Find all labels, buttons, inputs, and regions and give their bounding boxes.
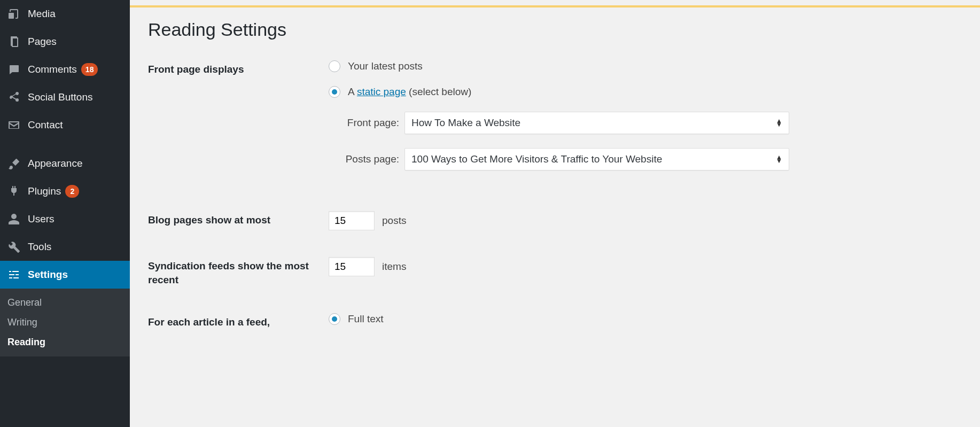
- front-page-heading: Front page displays: [148, 60, 329, 76]
- front-page-value: How To Make a Website: [411, 117, 520, 129]
- option-full-label: Full text: [348, 313, 384, 325]
- option-static-page[interactable]: A static page (select below): [329, 86, 962, 98]
- front-page-label: Front page:: [343, 117, 405, 129]
- pages-icon: [6, 34, 21, 49]
- brush-icon: [6, 156, 21, 171]
- sidebar-item-comments[interactable]: Comments 18: [0, 56, 130, 83]
- option-latest-posts[interactable]: Your latest posts: [329, 60, 962, 72]
- submenu-item-reading[interactable]: Reading: [0, 332, 130, 352]
- sidebar-item-label: Appearance: [28, 158, 82, 169]
- page-title: Reading Settings: [148, 19, 962, 40]
- media-icon: [6, 6, 21, 21]
- posts-page-label: Posts page:: [343, 153, 405, 165]
- notice-strip: [130, 5, 980, 7]
- sidebar-item-tools[interactable]: Tools: [0, 233, 130, 261]
- chevron-updown-icon: ▲▼: [776, 119, 782, 127]
- sliders-icon: [6, 267, 21, 282]
- option-full-text[interactable]: Full text: [329, 313, 962, 325]
- blog-pages-heading: Blog pages show at most: [148, 211, 329, 227]
- sidebar-item-pages[interactable]: Pages: [0, 28, 130, 56]
- sidebar-item-social-buttons[interactable]: Social Buttons: [0, 83, 130, 111]
- sidebar-item-label: Social Buttons: [28, 91, 92, 103]
- sidebar-item-appearance[interactable]: Appearance: [0, 150, 130, 177]
- admin-sidebar: Media Pages Comments 18 Social Buttons: [0, 0, 130, 427]
- sidebar-item-label: Comments: [28, 64, 77, 75]
- sidebar-item-users[interactable]: Users: [0, 205, 130, 233]
- front-page-select-line: Front page: How To Make a Website ▲▼: [343, 112, 962, 134]
- sidebar-item-media[interactable]: Media: [0, 0, 130, 28]
- sidebar-item-plugins[interactable]: Plugins 2: [0, 177, 130, 205]
- radio-static-page[interactable]: [329, 86, 340, 98]
- submenu-item-general[interactable]: General: [0, 293, 130, 313]
- blog-pages-input[interactable]: [329, 211, 375, 230]
- sidebar-item-label: Users: [28, 213, 55, 225]
- posts-page-select-line: Posts page: 100 Ways to Get More Visitor…: [343, 148, 962, 170]
- settings-content: Reading Settings Front page displays You…: [130, 0, 980, 427]
- posts-page-select[interactable]: 100 Ways to Get More Visitors & Traffic …: [405, 148, 789, 170]
- row-blog-pages: Blog pages show at most posts: [148, 211, 962, 230]
- wrench-icon: [6, 239, 21, 254]
- comments-badge: 18: [81, 63, 98, 76]
- static-page-link[interactable]: static page: [357, 86, 406, 97]
- row-feed-article: For each article in a feed, Full text: [148, 313, 962, 329]
- submenu-item-writing[interactable]: Writing: [0, 313, 130, 332]
- blog-pages-unit: posts: [382, 215, 406, 227]
- sidebar-item-label: Media: [28, 8, 56, 20]
- sidebar-item-contact[interactable]: Contact: [0, 111, 130, 139]
- share-icon: [6, 90, 21, 105]
- syndication-unit: items: [382, 261, 406, 273]
- syndication-heading: Syndication feeds show the most recent: [148, 257, 329, 286]
- settings-submenu: General Writing Reading: [0, 289, 130, 356]
- sidebar-item-settings[interactable]: Settings: [0, 261, 130, 289]
- envelope-icon: [6, 118, 21, 133]
- sidebar-item-label: Pages: [28, 36, 57, 48]
- row-syndication: Syndication feeds show the most recent i…: [148, 257, 962, 286]
- option-latest-label: Your latest posts: [348, 60, 423, 72]
- row-front-page-displays: Front page displays Your latest posts A …: [148, 60, 962, 184]
- syndication-input[interactable]: [329, 257, 375, 276]
- sidebar-item-label: Plugins: [28, 185, 61, 197]
- sidebar-item-label: Contact: [28, 119, 63, 131]
- option-static-label: A static page (select below): [348, 86, 471, 98]
- user-icon: [6, 212, 21, 227]
- chevron-updown-icon: ▲▼: [776, 156, 782, 163]
- radio-full-text[interactable]: [329, 313, 340, 325]
- comments-icon: [6, 62, 21, 77]
- plugins-badge: 2: [65, 185, 79, 198]
- front-page-select[interactable]: How To Make a Website ▲▼: [405, 112, 789, 134]
- sidebar-item-label: Tools: [28, 241, 51, 253]
- feed-article-heading: For each article in a feed,: [148, 313, 329, 329]
- plug-icon: [6, 184, 21, 199]
- radio-latest-posts[interactable]: [329, 60, 340, 72]
- sidebar-item-label: Settings: [28, 269, 68, 281]
- posts-page-value: 100 Ways to Get More Visitors & Traffic …: [411, 153, 662, 165]
